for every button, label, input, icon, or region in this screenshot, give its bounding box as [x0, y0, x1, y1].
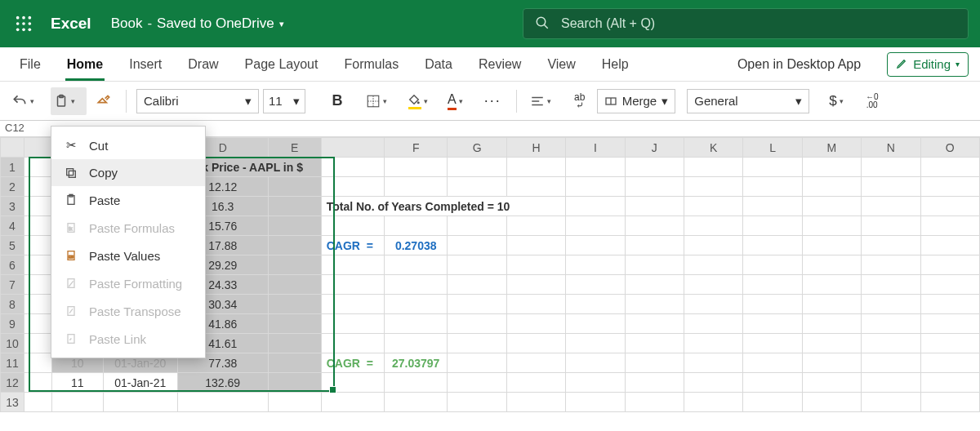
col-header[interactable]: M: [802, 138, 861, 158]
svg-point-3: [16, 22, 20, 25]
document-title[interactable]: Book - Saved to OneDrive ▾: [111, 16, 284, 32]
menu-paste[interactable]: Paste: [51, 186, 205, 214]
editing-mode-button[interactable]: Editing ▾: [887, 52, 969, 77]
cell[interactable]: Total No. of Years Completed = 10: [321, 197, 566, 216]
table-row[interactable]: 13: [1, 393, 980, 412]
tab-draw[interactable]: Draw: [175, 47, 231, 81]
tab-data[interactable]: Data: [412, 47, 466, 81]
col-header[interactable]: J: [625, 138, 684, 158]
tab-home[interactable]: Home: [54, 47, 116, 81]
paste-button[interactable]: ▾: [51, 87, 87, 115]
select-all-corner[interactable]: [1, 138, 24, 158]
cell[interactable]: CAGR =: [321, 353, 384, 373]
chevron-down-icon: ▾: [840, 97, 844, 105]
undo-button[interactable]: ▾: [8, 87, 46, 115]
font-color-button[interactable]: A ▾: [444, 87, 474, 115]
svg-point-2: [29, 16, 32, 20]
col-header[interactable]: [321, 138, 384, 158]
col-header[interactable]: L: [743, 138, 802, 158]
col-header[interactable]: O: [920, 138, 979, 158]
format-painter-button[interactable]: [91, 87, 116, 115]
col-header[interactable]: H: [506, 138, 565, 158]
cell[interactable]: 27.03797: [384, 353, 447, 373]
svg-text:fx: fx: [69, 226, 72, 231]
cell[interactable]: 11: [51, 373, 103, 393]
bold-button[interactable]: B: [325, 87, 350, 115]
clipboard-fx-icon: fx: [63, 220, 79, 235]
table-row[interactable]: 12 11 01-Jan-21 132.69: [1, 373, 980, 393]
currency-button[interactable]: $ ▾: [826, 87, 854, 115]
borders-button[interactable]: ▾: [363, 87, 399, 115]
menu-label: Paste Transpose: [89, 304, 181, 318]
tab-review[interactable]: Review: [466, 47, 534, 81]
search-input[interactable]: [561, 16, 956, 31]
more-font-button[interactable]: ···: [479, 92, 506, 109]
align-button[interactable]: ▾: [527, 87, 563, 115]
font-name-select[interactable]: Calibri ▾: [136, 89, 259, 113]
svg-rect-23: [67, 168, 74, 175]
chevron-down-icon: ▾: [245, 94, 252, 109]
name-box[interactable]: C12: [3, 121, 39, 134]
scissors-icon: ✂: [63, 138, 79, 153]
number-format-label: General: [694, 94, 737, 108]
tab-view[interactable]: View: [534, 47, 588, 81]
tab-help[interactable]: Help: [589, 47, 642, 81]
col-header[interactable]: K: [684, 138, 742, 158]
cell[interactable]: 01-Jan-21: [103, 373, 177, 393]
menu-copy[interactable]: Copy: [51, 159, 205, 186]
col-header[interactable]: F: [384, 138, 447, 158]
ribbon-tabs: File Home Insert Draw Page Layout Formul…: [0, 47, 980, 82]
chevron-down-icon: ▾: [383, 97, 387, 105]
cell[interactable]: 0.27038: [384, 236, 447, 255]
tab-file[interactable]: File: [7, 47, 54, 81]
app-launcher-button[interactable]: [0, 0, 47, 47]
decimal-button[interactable]: ←0.00: [860, 87, 884, 115]
menu-paste-values[interactable]: 123 Paste Values: [51, 242, 205, 269]
search-icon: [535, 16, 561, 33]
chevron-down-icon: ▾: [795, 94, 802, 109]
clipboard-format-icon: [63, 276, 79, 291]
merge-label: Merge: [622, 94, 657, 108]
chevron-down-icon: ▾: [424, 97, 428, 105]
fill-color-button[interactable]: ▾: [403, 87, 439, 115]
font-size-select[interactable]: 11 ▾: [263, 89, 305, 113]
font-size-label: 11: [269, 94, 283, 108]
menu-label: Paste Link: [89, 332, 146, 346]
menu-label: Paste Values: [89, 249, 160, 263]
clipboard-link-icon: [63, 331, 79, 346]
doc-name: Book: [111, 16, 143, 32]
svg-point-1: [22, 16, 25, 20]
col-header[interactable]: G: [448, 138, 506, 158]
currency-label: $: [829, 93, 836, 109]
chevron-down-icon: ▾: [547, 97, 551, 105]
tab-page-layout[interactable]: Page Layout: [232, 47, 332, 81]
col-header[interactable]: N: [862, 138, 920, 158]
open-desktop-button[interactable]: Open in Desktop App: [723, 57, 875, 72]
number-format-select[interactable]: General ▾: [687, 89, 809, 113]
wrap-text-button[interactable]: ab⤶: [568, 87, 592, 115]
cell[interactable]: CAGR =: [321, 236, 384, 255]
save-status: Saved to OneDrive: [157, 16, 274, 32]
app-name[interactable]: Excel: [51, 15, 91, 33]
chevron-down-icon: ▾: [30, 97, 34, 105]
menu-label: Paste: [89, 193, 120, 207]
tab-formulas[interactable]: Formulas: [331, 47, 412, 81]
col-spacer[interactable]: [24, 138, 51, 158]
menu-cut[interactable]: ✂ Cut: [51, 131, 205, 159]
svg-point-4: [22, 22, 25, 25]
search-box[interactable]: [523, 8, 969, 39]
menu-label: Paste Formulas: [89, 221, 175, 235]
ribbon: ▾ ▾ Calibri ▾ 11 ▾ B ▾ ▾ A ▾ ··· ▾ ab⤶: [0, 82, 980, 121]
chevron-down-icon: ▾: [279, 19, 284, 29]
chevron-down-icon: ▾: [662, 94, 668, 109]
clipboard-icon: [63, 193, 79, 207]
col-header[interactable]: I: [566, 138, 625, 158]
titlebar: Excel Book - Saved to OneDrive ▾: [0, 0, 980, 47]
col-header[interactable]: E: [268, 138, 321, 158]
svg-point-5: [29, 22, 32, 25]
pencil-icon: [896, 57, 908, 72]
merge-button[interactable]: Merge ▾: [597, 89, 676, 113]
cell[interactable]: 132.69: [177, 373, 268, 393]
tab-insert[interactable]: Insert: [116, 47, 175, 81]
copy-icon: [63, 167, 79, 180]
